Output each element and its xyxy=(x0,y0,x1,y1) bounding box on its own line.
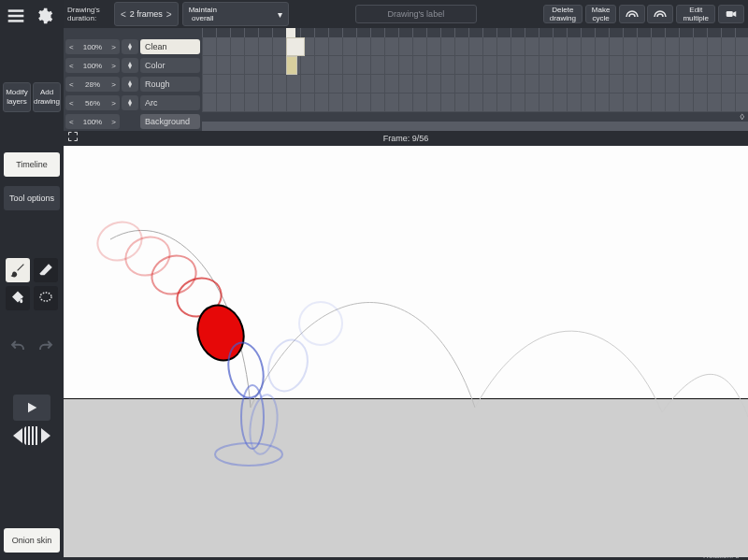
scroll-collapse-icon[interactable]: ◊ xyxy=(741,112,744,122)
timeline-grid[interactable] xyxy=(202,37,748,112)
scrub-left-icon[interactable] xyxy=(13,428,22,443)
play-button[interactable] xyxy=(13,395,50,421)
layer-controls: <100%> Clean <100%> Color <28%> Rough <5… xyxy=(64,28,202,131)
layer-row[interactable]: <56%> Arc xyxy=(64,93,202,112)
increment-icon[interactable]: > xyxy=(166,9,172,20)
layer-zoom[interactable]: <100%> xyxy=(65,114,120,129)
fill-tool-icon[interactable] xyxy=(6,286,30,310)
svg-point-9 xyxy=(191,299,251,366)
delete-drawing-button[interactable]: Delete drawing xyxy=(543,5,583,23)
layer-row[interactable]: <100%> Color xyxy=(64,56,202,75)
frame-indicator-bar: Frame: 9/56 xyxy=(64,131,748,146)
topbar: Drawing's duration: < 2 frames > Maintai… xyxy=(64,0,748,28)
label: Modify xyxy=(6,88,28,97)
brush-tool-icon[interactable] xyxy=(6,258,30,282)
duration-control[interactable]: < 2 frames > xyxy=(114,2,179,26)
layer-visibility-icon[interactable] xyxy=(122,58,138,73)
canvas-wrap xyxy=(64,146,748,543)
svg-rect-2 xyxy=(8,20,24,22)
add-drawing-button[interactable]: Add drawing xyxy=(33,82,61,112)
app-root: Modify layers Add drawing Timeline Tool … xyxy=(0,0,748,560)
layer-zoom[interactable]: <28%> xyxy=(65,77,120,92)
svg-rect-1 xyxy=(8,15,24,18)
make-cycle-button[interactable]: Make cycle xyxy=(585,5,617,23)
svg-point-14 xyxy=(262,335,313,396)
menu-icon[interactable] xyxy=(4,4,28,28)
label: drawing xyxy=(34,97,60,107)
main-column: Drawing's duration: < 2 frames > Maintai… xyxy=(64,0,748,560)
frame-cell[interactable] xyxy=(286,56,297,75)
left-sidebar: Modify layers Add drawing Timeline Tool … xyxy=(0,0,64,560)
settings-icon[interactable] xyxy=(32,4,56,28)
layer-name: Arc xyxy=(140,95,200,110)
timeline[interactable]: ◊ xyxy=(202,28,748,131)
svg-point-5 xyxy=(93,216,148,266)
layer-zoom[interactable]: <100%> xyxy=(65,39,120,54)
layer-name: Color xyxy=(140,58,200,73)
layer-zoom[interactable]: <56%> xyxy=(65,95,120,110)
svg-rect-0 xyxy=(8,9,24,12)
edit-multiple-button[interactable]: Edit multiple xyxy=(676,5,715,23)
onion-skin-button[interactable]: Onion skin xyxy=(4,528,60,553)
label: layers xyxy=(7,97,26,107)
svg-point-3 xyxy=(40,293,51,301)
undo-icon[interactable] xyxy=(6,337,30,357)
layer-visibility-icon[interactable] xyxy=(122,39,138,54)
camera-icon[interactable] xyxy=(718,5,744,23)
label: Add xyxy=(40,88,53,97)
layer-name: Background xyxy=(140,114,200,129)
duration-label: Drawing's duration: xyxy=(67,2,110,26)
timeline-scrollbar[interactable]: ◊ xyxy=(202,112,748,122)
layer-name: Clean xyxy=(140,39,200,54)
frame-scrubber[interactable] xyxy=(13,426,50,445)
redo-icon[interactable] xyxy=(34,337,58,357)
onion-right-icon[interactable] xyxy=(647,5,673,23)
layer-row[interactable]: <28%> Rough xyxy=(64,75,202,93)
layer-visibility-icon[interactable] xyxy=(122,77,138,92)
timeline-ruler[interactable] xyxy=(202,28,748,37)
decrement-icon[interactable]: < xyxy=(121,9,126,20)
duration-value: 2 frames xyxy=(130,9,163,19)
svg-point-7 xyxy=(147,250,202,300)
tool-grid xyxy=(0,254,64,314)
scrub-right-icon[interactable] xyxy=(41,428,50,443)
drawing-label-input[interactable]: Drawing's label xyxy=(355,5,477,23)
svg-point-15 xyxy=(299,302,342,345)
playhead-icon[interactable] xyxy=(286,28,295,37)
onion-left-icon[interactable] xyxy=(619,5,645,23)
expand-icon[interactable] xyxy=(67,131,79,145)
layers-timeline: <100%> Clean <100%> Color <28%> Rough <5… xyxy=(64,28,748,131)
layer-row[interactable]: <100%> Clean xyxy=(64,37,202,56)
timeline-button[interactable]: Timeline xyxy=(4,152,60,177)
overall-dropdown[interactable]: Maintain overall ▾ xyxy=(182,2,289,26)
drawing-overlay xyxy=(64,146,748,557)
modify-layers-button[interactable]: Modify layers xyxy=(3,82,31,112)
tool-options-button[interactable]: Tool options xyxy=(4,186,60,210)
layer-row-bg[interactable]: <100%> Background xyxy=(64,112,202,131)
scrub-body[interactable] xyxy=(24,426,39,445)
lasso-tool-icon[interactable] xyxy=(34,286,58,310)
eraser-tool-icon[interactable] xyxy=(34,258,58,282)
frame-cell[interactable] xyxy=(286,37,305,56)
svg-rect-4 xyxy=(726,11,733,17)
layer-zoom[interactable]: <100%> xyxy=(65,58,120,73)
svg-point-6 xyxy=(121,231,176,281)
frame-counter: Frame: 9/56 xyxy=(383,134,429,143)
chevron-down-icon: ▾ xyxy=(278,10,282,19)
layer-visibility-icon[interactable] xyxy=(122,95,138,110)
layer-name: Rough xyxy=(140,77,200,92)
